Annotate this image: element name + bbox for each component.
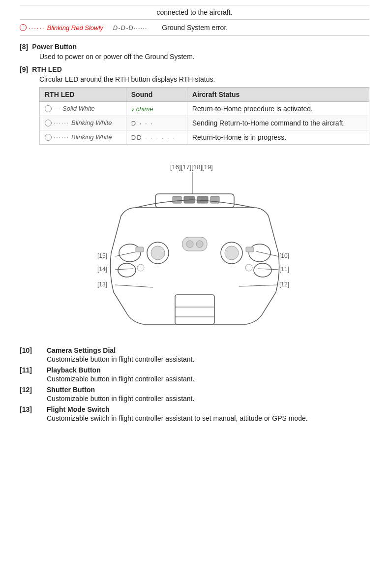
white-led-icon-2 [45, 120, 52, 126]
table-row: — Solid White ♪ chime Return-to-Home pro… [40, 102, 369, 116]
item-10-row: [10] Camera Settings Dial Customizable b… [20, 346, 369, 363]
table-cell-status-2: Sending Return-to-Home command to the ai… [187, 116, 369, 130]
svg-rect-14 [175, 295, 214, 324]
svg-point-20 [225, 246, 239, 260]
section8-num: [8] [20, 43, 28, 51]
item-10-title: Camera Settings Dial [47, 346, 369, 354]
red-led-icon [20, 24, 27, 31]
item-10-desc: Customizable button in flight controller… [47, 355, 369, 363]
svg-rect-2 [173, 196, 181, 203]
section9-num: [9] [20, 65, 28, 73]
table-row: ······ Blinking White D · · · Sending Re… [40, 116, 369, 130]
svg-text:[11]: [11] [279, 266, 289, 273]
item-11-title: Playback Button [47, 366, 369, 374]
section8-desc: Used to power on or power off the Ground… [39, 53, 369, 61]
item-13-num: [13] [20, 405, 47, 413]
svg-point-9 [254, 263, 271, 277]
item-12-row: [12] Shutter Button Customizable button … [20, 386, 369, 402]
item-12-desc: Customizable button in flight controller… [47, 395, 369, 402]
sound-morse-2: D · · · [131, 120, 153, 127]
table-header-status: Aircraft Status [187, 88, 369, 102]
table-cell-led-1: — Solid White [40, 102, 126, 116]
item-13-desc: Customizable switch in flight controller… [47, 414, 369, 422]
sound-chime-1: ♪ chime [131, 105, 153, 113]
led-indicator: ······ Blinking Red Slowly [20, 24, 103, 31]
rth-led-table: RTH LED Sound Aircraft Status — Solid Wh… [39, 87, 369, 145]
connected-row: connected to the aircraft. [20, 5, 369, 20]
section8-header: [8] Power Button [20, 43, 369, 51]
svg-rect-10 [136, 247, 144, 252]
table-row: ······ Blinking White DD · · · · · · Ret… [40, 130, 369, 145]
svg-rect-12 [246, 247, 254, 252]
table-cell-status-3: Return-to-Home is in progress. [187, 130, 369, 145]
section9-title: RTH LED [32, 65, 62, 73]
white-led-icon-1 [45, 105, 52, 112]
white-led-icon-3 [45, 134, 52, 141]
svg-text:[13]: [13] [97, 281, 107, 288]
item-13-row: [13] Flight Mode Switch Customizable swi… [20, 405, 369, 422]
svg-point-22 [186, 241, 193, 248]
table-cell-sound-1: ♪ chime [126, 102, 187, 116]
svg-text:[15]: [15] [97, 252, 107, 259]
svg-text:[12]: [12] [279, 281, 289, 288]
section9-desc: Circular LED around the RTH button displ… [39, 75, 369, 83]
svg-point-18 [151, 246, 165, 260]
item-11-num: [11] [20, 366, 47, 374]
led-text-2: Blinking White [71, 119, 112, 126]
svg-point-23 [196, 241, 203, 248]
svg-point-7 [118, 263, 136, 277]
label-top: [16][17][18][19] [170, 163, 213, 171]
led-text-1: Solid White [62, 105, 95, 112]
table-cell-led-3: ······ Blinking White [40, 130, 126, 145]
led-blink-text: Blinking Red Slowly [47, 24, 103, 31]
controller-diagram: [16][17][18][19] [72, 155, 318, 337]
sound-morse-3: DD · · · · · · [131, 134, 176, 141]
sound-code: D-D-D······ [113, 24, 148, 31]
svg-point-8 [249, 244, 270, 262]
item-11-content: Playback Button Customizable button in f… [47, 366, 369, 383]
table-cell-sound-3: DD · · · · · · [126, 130, 187, 145]
items-section: [10] Camera Settings Dial Customizable b… [20, 346, 369, 422]
led-error-row: ······ Blinking Red Slowly D-D-D······ G… [20, 20, 369, 36]
item-11-desc: Customizable button in flight controller… [47, 375, 369, 383]
table-header-sound: Sound [126, 88, 187, 102]
item-12-title: Shutter Button [47, 386, 369, 394]
item-10-num: [10] [20, 346, 47, 354]
table-cell-led-2: ······ Blinking White [40, 116, 126, 130]
table-cell-sound-2: D · · · [126, 116, 187, 130]
svg-text:[10]: [10] [279, 252, 289, 259]
item-10-content: Camera Settings Dial Customizable button… [47, 346, 369, 363]
table-header-led: RTH LED [40, 88, 126, 102]
connected-text: connected to the aircraft. [156, 8, 232, 16]
svg-text:[14]: [14] [97, 266, 107, 273]
section8-title: Power Button [32, 43, 77, 51]
svg-point-6 [119, 244, 141, 262]
item-12-content: Shutter Button Customizable button in fl… [47, 386, 369, 402]
sound-indicator: D-D-D······ [113, 24, 148, 31]
item-11-row: [11] Playback Button Customizable button… [20, 366, 369, 383]
controller-svg: [16][17][18][19] [72, 155, 318, 337]
item-13-title: Flight Mode Switch [47, 405, 369, 413]
item-13-content: Flight Mode Switch Customizable switch i… [47, 405, 369, 422]
led-dashes: ······ [29, 24, 45, 31]
svg-rect-5 [210, 196, 219, 203]
section9-header: [9] RTH LED [20, 65, 369, 73]
page-container: connected to the aircraft. ······ Blinki… [0, 0, 389, 435]
item-12-num: [12] [20, 386, 47, 394]
ground-error-text: Ground System error. [162, 24, 228, 31]
table-cell-status-1: Return-to-Home procedure is activated. [187, 102, 369, 116]
led-text-3: Blinking White [71, 133, 112, 141]
